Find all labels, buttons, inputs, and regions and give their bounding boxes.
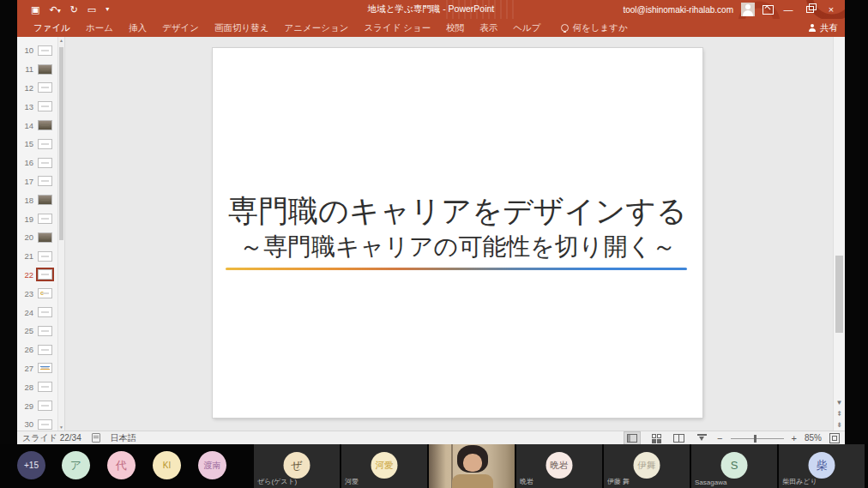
language-indicator[interactable]: 日本語 — [111, 432, 136, 444]
minimize-icon[interactable]: — — [781, 5, 795, 15]
user-avatar-icon[interactable] — [741, 3, 755, 16]
slide-thumbnail-image — [38, 251, 52, 262]
participant-overflow-chip[interactable]: +15 — [17, 451, 45, 479]
redo-icon[interactable]: ↻ — [70, 5, 78, 15]
undo-icon[interactable]: ↶▾ — [49, 5, 60, 15]
ribbon-tab-5[interactable]: アニメーション — [276, 20, 356, 37]
slide-counter[interactable]: スライド 22/34 — [22, 432, 81, 444]
zoom-slider-thumb[interactable] — [754, 435, 756, 443]
participant-chip[interactable]: 渡南 — [198, 451, 226, 479]
participant-name: Sasagawa — [695, 479, 726, 486]
zoom-out-icon[interactable]: − — [717, 433, 722, 443]
tell-me-box[interactable]: 何をしますか — [561, 22, 628, 34]
slide-number: 14 — [21, 121, 33, 130]
participant-chip[interactable]: KI — [153, 451, 181, 479]
ribbon-tab-2[interactable]: 挿入 — [121, 20, 154, 37]
zoom-level[interactable]: 85% — [805, 433, 822, 443]
reading-view-button[interactable] — [671, 432, 686, 444]
slide-title-text[interactable]: 専門職のキャリアをデザインする — [213, 191, 702, 232]
participant-tile[interactable]: 伊舞伊藤 舞 — [604, 444, 690, 488]
slide-number: 21 — [21, 251, 33, 261]
close-icon[interactable]: × — [824, 5, 838, 15]
participant-tile[interactable]: ぜぜら(ゲスト) — [254, 444, 340, 488]
customize-toolbar-icon[interactable]: ▾ — [105, 6, 109, 13]
slide-subtitle-text[interactable]: ～専門職キャリアの可能性を切り開く～ — [213, 231, 702, 263]
previous-slide-button[interactable]: ⇞ — [836, 411, 842, 418]
participant-chips: +15ア代KI渡南 — [0, 444, 254, 488]
next-slide-button[interactable]: ⇟ — [836, 422, 842, 429]
participant-video — [429, 444, 515, 488]
window-title: 地域と学ぶ専門職 - PowerPoint — [368, 3, 495, 15]
participant-name: ぜら(ゲスト) — [257, 477, 297, 486]
slide-thumbnail-image — [38, 45, 52, 56]
slide-number: 24 — [21, 308, 33, 317]
participant-tile[interactable]: 河愛河愛 — [341, 444, 427, 488]
zoom-in-icon[interactable]: + — [792, 433, 797, 443]
slide-thumbnail-image — [38, 158, 52, 168]
slide-number: 19 — [21, 214, 33, 224]
slide-number: 22 — [21, 270, 33, 280]
fit-to-window-icon[interactable] — [829, 433, 840, 443]
participant-avatar: S — [721, 452, 748, 479]
titlebar-right: tool@ishinomaki-rihalab.com — × — [623, 3, 845, 16]
share-button[interactable]: 共有 — [808, 22, 838, 34]
account-email[interactable]: tool@ishinomaki-rihalab.com — [623, 5, 733, 15]
participant-chip[interactable]: ア — [62, 451, 90, 479]
scroll-down-icon[interactable]: ▼ — [58, 425, 64, 430]
slide-number: 13 — [21, 102, 33, 111]
share-person-icon — [808, 24, 816, 32]
slide-number: 15 — [21, 139, 33, 148]
thumbnail-scrollbar-thumb[interactable] — [59, 47, 63, 240]
ribbon-tab-7[interactable]: 校閲 — [438, 20, 472, 37]
person-face — [463, 454, 482, 472]
normal-view-button[interactable] — [624, 432, 640, 444]
ribbon-tab-8[interactable]: 表示 — [472, 20, 505, 37]
scroll-down-icon[interactable]: ▼ — [836, 400, 843, 407]
ribbon-tab-0[interactable]: ファイル — [26, 20, 78, 37]
slide-number: 29 — [21, 401, 33, 411]
participant-name: 晩岩 — [520, 477, 533, 486]
ribbon-display-options-icon[interactable] — [763, 5, 774, 15]
ribbon-tab-1[interactable]: ホーム — [78, 20, 121, 37]
scroll-up-icon[interactable]: ▲ — [58, 38, 64, 43]
shared-screen: ▣ ↶▾ ↻ ▭ ▾ 地域と学ぶ専門職 - PowerPoint tool@is… — [0, 0, 868, 488]
participant-video-tile[interactable] — [429, 444, 515, 488]
slide-number: 27 — [21, 364, 33, 373]
slide-thumbnail-image — [38, 214, 52, 224]
restore-icon[interactable] — [803, 4, 817, 15]
slide-divider-line — [226, 268, 687, 270]
slide-number: 12 — [21, 83, 33, 93]
slide-number: 18 — [21, 196, 33, 205]
main-scrollbar[interactable]: ▼ ⇞ ⇟ — [833, 37, 845, 431]
participant-tile[interactable]: SSasagawa — [691, 444, 777, 488]
ribbon-tab-4[interactable]: 画面切り替え — [207, 20, 277, 37]
slideshow-button[interactable] — [694, 432, 709, 444]
slide-canvas[interactable]: 専門職のキャリアをデザインする ～専門職キャリアの可能性を切り開く～ — [213, 48, 702, 418]
participant-chip[interactable]: 代 — [107, 451, 136, 479]
slide-thumbnail-image — [38, 363, 52, 373]
thumbnail-scrollbar[interactable]: ▲ ▼ — [57, 37, 64, 431]
ribbon-tab-row: ファイルホーム挿入デザイン画面切り替えアニメーションスライド ショー校閲表示ヘル… — [17, 19, 845, 37]
main-scrollbar-thumb[interactable] — [835, 256, 843, 333]
start-from-beginning-icon[interactable]: ▭ — [87, 5, 96, 15]
participant-tiles: ぜぜら(ゲスト)河愛河愛晩岩晩岩伊舞伊藤 舞SSasagawa柴柴田みどり — [254, 444, 865, 488]
participant-tile[interactable]: 晩岩晩岩 — [516, 444, 602, 488]
participant-name: 河愛 — [345, 477, 359, 486]
slide-sorter-view-button[interactable] — [648, 432, 663, 444]
quick-access-toolbar: ▣ ↶▾ ↻ ▭ ▾ — [31, 5, 109, 15]
ribbon-tab-9[interactable]: ヘルプ — [505, 20, 548, 37]
slide-thumbnail-image — [38, 64, 52, 75]
slide-number: 30 — [21, 419, 33, 429]
slide-thumbnail-image — [38, 288, 52, 298]
powerpoint-window: ▣ ↶▾ ↻ ▭ ▾ 地域と学ぶ専門職 - PowerPoint tool@is… — [17, 0, 845, 444]
participant-name: 伊藤 舞 — [607, 477, 630, 486]
ribbon-tab-6[interactable]: スライド ショー — [356, 20, 438, 37]
slide-thumbnail-image — [38, 176, 52, 186]
spell-check-icon[interactable] — [92, 433, 100, 443]
ribbon-tab-3[interactable]: デザイン — [154, 20, 207, 37]
zoom-slider[interactable] — [731, 434, 784, 443]
ribbon-tabs: ファイルホーム挿入デザイン画面切り替えアニメーションスライド ショー校閲表示ヘル… — [26, 20, 549, 37]
save-icon[interactable]: ▣ — [31, 5, 39, 15]
slide-number: 23 — [21, 289, 33, 298]
participant-tile[interactable]: 柴柴田みどり — [779, 444, 865, 488]
